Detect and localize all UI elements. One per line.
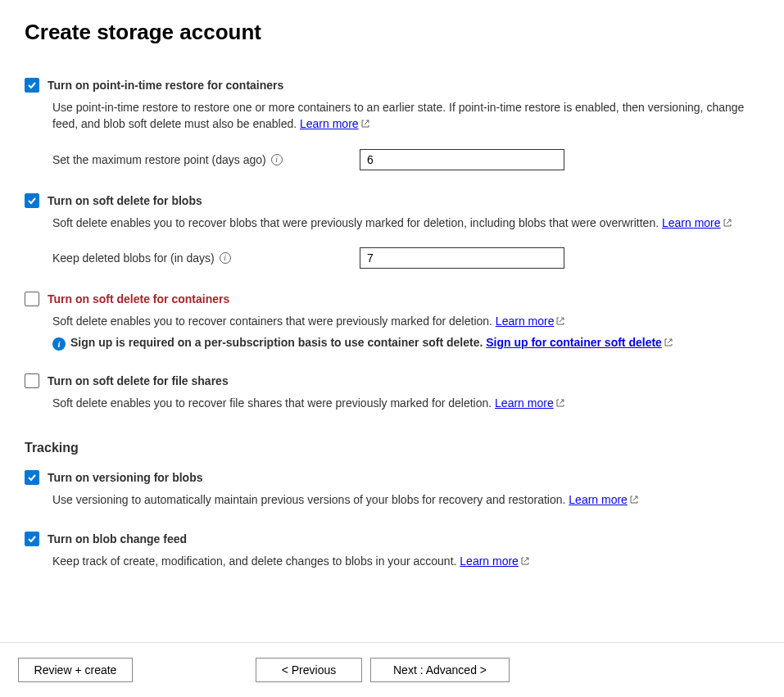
checkbox-soft-delete-shares[interactable]	[25, 373, 39, 388]
learn-more-change-feed[interactable]: Learn more	[460, 554, 519, 568]
learn-more-soft-delete-blobs[interactable]: Learn more	[662, 216, 721, 229]
external-link-icon	[723, 215, 732, 225]
checkbox-soft-delete-blobs[interactable]	[25, 193, 39, 208]
description-soft-delete-blobs: Soft delete enables you to recover blobs…	[52, 215, 759, 231]
checkbox-soft-delete-containers[interactable]	[25, 292, 39, 306]
external-link-icon	[555, 396, 565, 405]
learn-more-versioning[interactable]: Learn more	[569, 493, 628, 506]
info-icon[interactable]: i	[271, 154, 283, 165]
learn-more-pitr[interactable]: Learn more	[300, 117, 359, 130]
option-soft-delete-blobs: Turn on soft delete for blobs Soft delet…	[25, 193, 759, 269]
label-versioning: Turn on versioning for blobs	[48, 471, 203, 484]
label-pitr: Turn on point-in-time restore for contai…	[48, 79, 283, 92]
field-label-keep-blobs: Keep deleted blobs for (in days) i	[52, 251, 360, 265]
checkbox-versioning[interactable]	[25, 470, 39, 485]
external-link-icon	[664, 337, 673, 346]
learn-more-soft-delete-containers[interactable]: Learn more	[496, 315, 555, 328]
info-badge-icon: i	[52, 337, 66, 351]
next-button[interactable]: Next : Advanced >	[370, 658, 510, 682]
input-max-restore-days[interactable]	[360, 149, 564, 170]
learn-more-soft-delete-shares[interactable]: Learn more	[495, 396, 554, 410]
option-point-in-time-restore: Turn on point-in-time restore for contai…	[25, 78, 759, 170]
info-icon[interactable]: i	[220, 252, 231, 264]
label-soft-delete-blobs: Turn on soft delete for blobs	[48, 194, 202, 207]
option-change-feed: Turn on blob change feed Keep track of c…	[25, 532, 759, 569]
footer-bar: Review + create < Previous Next : Advanc…	[0, 642, 784, 697]
external-link-icon	[629, 492, 639, 502]
input-keep-blobs-days[interactable]	[360, 247, 564, 269]
description-versioning: Use versioning to automatically maintain…	[52, 491, 759, 508]
review-create-button[interactable]: Review + create	[18, 658, 133, 682]
previous-button[interactable]: < Previous	[256, 658, 362, 682]
page-title: Create storage account	[25, 20, 759, 45]
signup-required-text: Sign up is required on a per-subscriptio…	[70, 336, 486, 349]
option-soft-delete-shares: Turn on soft delete for file shares Soft…	[25, 373, 759, 411]
label-soft-delete-containers: Turn on soft delete for containers	[48, 292, 229, 306]
description-pitr: Use point-in-time restore to restore one…	[52, 99, 759, 133]
external-link-icon	[555, 314, 565, 324]
label-soft-delete-shares: Turn on soft delete for file shares	[48, 374, 229, 387]
description-soft-delete-shares: Soft delete enables you to recover file …	[52, 395, 759, 411]
label-change-feed: Turn on blob change feed	[48, 532, 187, 545]
checkbox-pitr[interactable]	[25, 78, 39, 93]
field-label-max-restore: Set the maximum restore point (days ago)…	[52, 153, 360, 166]
section-heading-tracking: Tracking	[25, 441, 759, 455]
external-link-icon	[520, 554, 530, 563]
description-soft-delete-containers: Soft delete enables you to recover conta…	[52, 313, 759, 329]
option-soft-delete-containers: Turn on soft delete for containers Soft …	[25, 292, 759, 351]
description-change-feed: Keep track of create, modification, and …	[52, 553, 759, 569]
checkbox-change-feed[interactable]	[25, 532, 39, 546]
option-versioning: Turn on versioning for blobs Use version…	[25, 470, 759, 508]
external-link-icon	[360, 116, 370, 126]
signup-container-soft-delete-link[interactable]: Sign up for container soft delete	[486, 336, 662, 349]
